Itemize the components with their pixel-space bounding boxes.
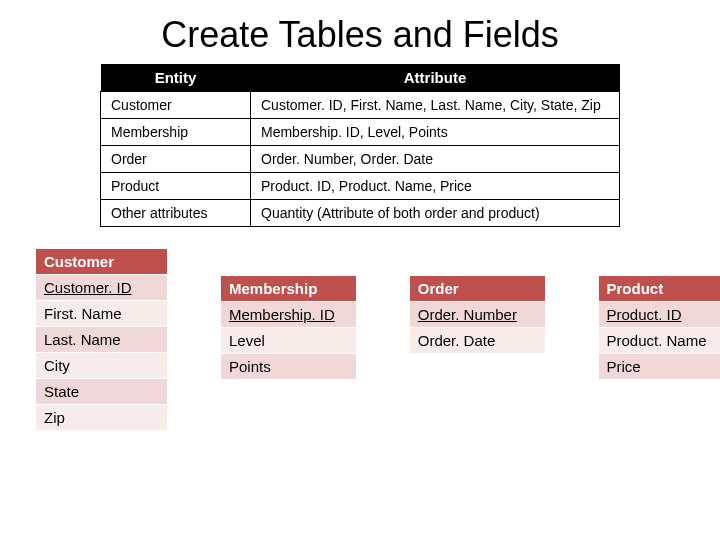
list-item: Level bbox=[221, 328, 356, 354]
cell-attribute: Order. Number, Order. Date bbox=[251, 146, 620, 173]
cell-attribute: Customer. ID, First. Name, Last. Name, C… bbox=[251, 92, 620, 119]
field-label: Order. Date bbox=[418, 332, 496, 349]
table-row: Membership Membership. ID, Level, Points bbox=[101, 119, 620, 146]
table-row: Other attributes Quantity (Attribute of … bbox=[101, 200, 620, 227]
table-row: Order Order. Number, Order. Date bbox=[101, 146, 620, 173]
list-item: Last. Name bbox=[36, 327, 167, 353]
list-item: Order. Date bbox=[410, 328, 545, 354]
column-header: Product bbox=[599, 276, 720, 302]
column-product: Product Product. ID Product. Name Price bbox=[599, 276, 720, 380]
cell-entity: Customer bbox=[101, 92, 251, 119]
list-item: Points bbox=[221, 354, 356, 380]
th-entity: Entity bbox=[101, 64, 251, 92]
field-label: Zip bbox=[44, 409, 65, 426]
list-item: Product. Name bbox=[599, 328, 720, 354]
table-row: Product Product. ID, Product. Name, Pric… bbox=[101, 173, 620, 200]
field-label: Points bbox=[229, 358, 271, 375]
field-label-pk: Order. Number bbox=[418, 306, 517, 323]
field-label-pk: Customer. ID bbox=[44, 279, 132, 296]
list-item: Membership. ID bbox=[221, 302, 356, 328]
list-item: Product. ID bbox=[599, 302, 720, 328]
cell-entity: Order bbox=[101, 146, 251, 173]
column-customer: Customer Customer. ID First. Name Last. … bbox=[36, 249, 167, 431]
cell-entity: Membership bbox=[101, 119, 251, 146]
column-membership: Membership Membership. ID Level Points bbox=[221, 276, 356, 380]
cell-attribute: Product. ID, Product. Name, Price bbox=[251, 173, 620, 200]
cell-entity: Other attributes bbox=[101, 200, 251, 227]
field-label: State bbox=[44, 383, 79, 400]
field-label-pk: Product. ID bbox=[607, 306, 682, 323]
column-order: Order Order. Number Order. Date bbox=[410, 276, 545, 354]
field-label: Level bbox=[229, 332, 265, 349]
field-label: Product. Name bbox=[607, 332, 707, 349]
list-item: City bbox=[36, 353, 167, 379]
column-header: Membership bbox=[221, 276, 356, 302]
entity-attribute-table: Entity Attribute Customer Customer. ID, … bbox=[100, 64, 620, 227]
page-title: Create Tables and Fields bbox=[0, 0, 720, 64]
field-label: Last. Name bbox=[44, 331, 121, 348]
field-label: City bbox=[44, 357, 70, 374]
cell-entity: Product bbox=[101, 173, 251, 200]
field-label: Price bbox=[607, 358, 641, 375]
field-label-pk: Membership. ID bbox=[229, 306, 335, 323]
table-row: Customer Customer. ID, First. Name, Last… bbox=[101, 92, 620, 119]
field-columns-grid: Customer Customer. ID First. Name Last. … bbox=[36, 249, 720, 431]
list-item: State bbox=[36, 379, 167, 405]
field-label: First. Name bbox=[44, 305, 122, 322]
cell-attribute: Quantity (Attribute of both order and pr… bbox=[251, 200, 620, 227]
list-item: Order. Number bbox=[410, 302, 545, 328]
cell-attribute: Membership. ID, Level, Points bbox=[251, 119, 620, 146]
th-attribute: Attribute bbox=[251, 64, 620, 92]
list-item: Zip bbox=[36, 405, 167, 431]
column-header: Order bbox=[410, 276, 545, 302]
list-item: First. Name bbox=[36, 301, 167, 327]
list-item: Customer. ID bbox=[36, 275, 167, 301]
column-header: Customer bbox=[36, 249, 167, 275]
list-item: Price bbox=[599, 354, 720, 380]
